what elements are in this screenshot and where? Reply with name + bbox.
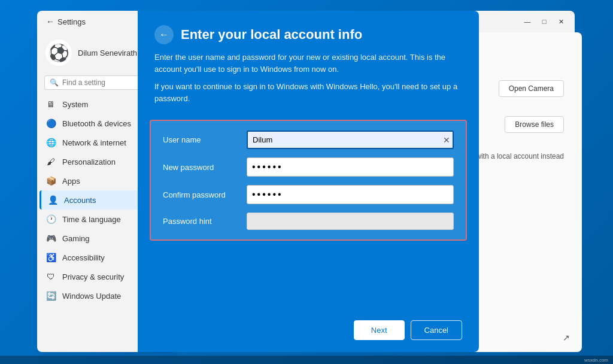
personalization-icon: 🖌 <box>45 156 56 167</box>
username-label: User name <box>163 135 241 144</box>
sidebar-item-label: Privacy & security <box>62 272 124 281</box>
new-password-input[interactable] <box>247 157 454 177</box>
time-icon: 🕐 <box>45 214 56 225</box>
open-camera-button[interactable]: Open Camera <box>499 80 564 97</box>
confirm-password-label: Confirm password <box>163 190 241 199</box>
sidebar-item-label: Apps <box>62 177 80 186</box>
taskbar: wsxdn.com <box>0 356 613 364</box>
watermark: wsxdn.com <box>584 357 608 363</box>
confirm-password-input-wrap <box>247 185 454 204</box>
privacy-icon: 🛡 <box>45 271 56 282</box>
sidebar-item-label: Windows Update <box>62 292 121 301</box>
confirm-password-input[interactable] <box>247 185 454 204</box>
sidebar-item-label: Bluetooth & devices <box>62 119 131 128</box>
new-password-input-wrap <box>247 157 454 177</box>
sidebar-item-label: Accessibility <box>62 253 105 262</box>
username-clear-button[interactable]: ✕ <box>443 135 450 145</box>
hint-label: Password hint <box>163 217 241 226</box>
username-input-wrap: ✕ <box>247 131 454 149</box>
bluetooth-icon: 🔵 <box>45 118 56 129</box>
sidebar-item-label: Personalization <box>62 157 116 166</box>
window-title: Settings <box>57 17 86 26</box>
profile-name: Dilum Senevirath <box>78 48 137 57</box>
accessibility-icon: ♿ <box>45 252 56 263</box>
local-account-text: with a local account instead <box>476 152 564 160</box>
close-button[interactable]: ✕ <box>553 14 569 29</box>
update-icon: 🔄 <box>45 290 56 301</box>
username-row: User name ✕ <box>163 131 454 149</box>
hint-input[interactable] <box>247 213 454 230</box>
hint-input-wrap <box>247 213 454 230</box>
cancel-button[interactable]: Cancel <box>411 320 462 340</box>
dialog-desc-2: If you want to continue to sign in to Wi… <box>154 81 462 104</box>
dialog-header: ← Enter your local account info <box>138 11 479 51</box>
new-password-label: New password <box>163 163 241 172</box>
hint-row: Password hint <box>163 213 454 230</box>
dialog-description: Enter the user name and password for you… <box>138 51 479 120</box>
search-icon: 🔍 <box>50 78 59 87</box>
minimize-button[interactable]: — <box>520 14 535 29</box>
browse-files-button[interactable]: Browse files <box>505 116 564 133</box>
back-button[interactable]: ← <box>43 14 57 29</box>
window-controls: — □ ✕ <box>520 14 569 29</box>
gaming-icon: 🎮 <box>45 233 56 244</box>
sidebar-item-label: System <box>62 100 88 109</box>
dialog-title: Enter your local account info <box>181 27 362 43</box>
system-icon: 🖥 <box>45 99 56 110</box>
avatar: ⚽ <box>45 40 72 66</box>
apps-icon: 📦 <box>45 175 56 186</box>
sidebar-item-label: Accounts <box>64 196 96 205</box>
dialog-footer: Next Cancel <box>138 308 479 352</box>
network-icon: 🌐 <box>45 137 56 148</box>
confirm-password-row: Confirm password <box>163 185 454 204</box>
accounts-icon: 👤 <box>47 195 58 205</box>
dialog-form: User name ✕ New password Confirm passwor… <box>150 120 467 241</box>
external-link-icon[interactable]: ↗ <box>563 333 570 342</box>
local-account-dialog: ← Enter your local account info Enter th… <box>138 11 479 352</box>
sidebar-item-label: Gaming <box>62 234 90 243</box>
username-input[interactable] <box>247 131 454 149</box>
dialog-back-button[interactable]: ← <box>154 25 174 44</box>
dialog-desc-1: Enter the user name and password for you… <box>154 51 462 75</box>
sidebar-item-label: Time & language <box>62 215 121 224</box>
new-password-row: New password <box>163 157 454 177</box>
sidebar-item-label: Network & internet <box>62 138 126 147</box>
maximize-button[interactable]: □ <box>536 14 552 29</box>
next-button[interactable]: Next <box>354 320 405 340</box>
